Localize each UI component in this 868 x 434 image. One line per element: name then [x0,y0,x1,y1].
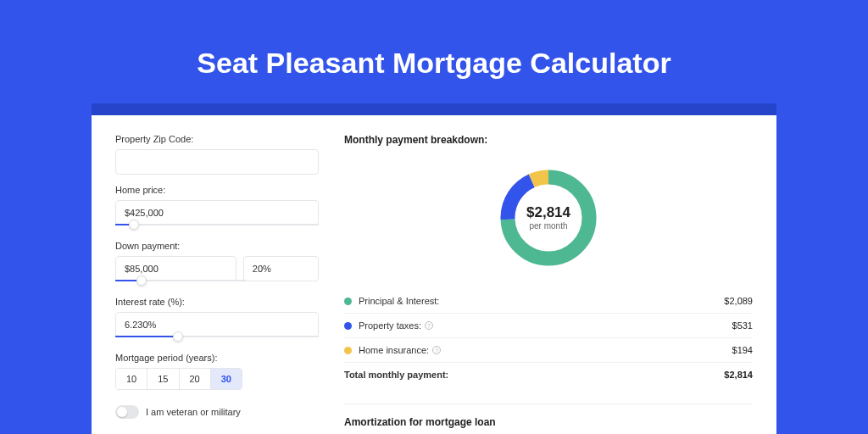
veteran-toggle[interactable] [115,405,139,419]
period-btn-15[interactable]: 15 [147,369,179,389]
legend: Principal & Interest:$2,089Property taxe… [344,289,753,387]
price-slider[interactable] [115,224,319,231]
accent-band [92,103,776,115]
period-btn-20[interactable]: 20 [180,369,211,389]
rate-input[interactable] [115,312,319,337]
form-panel: Property Zip Code: Home price: Down paym… [115,134,319,434]
total-value: $2,814 [724,370,753,380]
legend-label: Principal & Interest: [359,296,724,306]
info-icon[interactable]: ? [432,346,441,354]
total-label: Total monthly payment: [344,370,724,380]
zip-label: Property Zip Code: [115,134,319,144]
donut-total: $2,814 [526,204,570,221]
period-selector: 10152030 [115,368,242,390]
breakdown-title: Monthly payment breakdown: [344,134,753,146]
legend-label: Home insurance:? [359,345,732,355]
rate-slider[interactable] [115,336,319,342]
legend-value: $531 [732,320,753,331]
calculator-card: Property Zip Code: Home price: Down paym… [92,115,776,434]
price-label: Home price: [115,185,319,195]
legend-row: Home insurance:?$194 [344,338,753,363]
legend-value: $194 [732,345,753,355]
period-btn-10[interactable]: 10 [116,369,147,389]
breakdown-panel: Monthly payment breakdown: $2,814 per mo… [344,134,753,434]
period-label: Mortgage period (years): [115,353,319,363]
down-payment-input[interactable] [115,256,236,281]
zip-input[interactable] [115,149,319,175]
legend-row: Principal & Interest:$2,089 [344,289,753,314]
legend-dot [344,322,352,330]
donut-sub: per month [529,221,567,231]
amortization-section: Amortization for mortgage loan Amortizat… [344,403,753,434]
page-title: Seat Pleasant Mortgage Calculator [92,47,776,80]
legend-value: $2,089 [724,296,753,306]
legend-dot [344,347,352,354]
payment-donut-chart: $2,814 per month [496,165,601,270]
rate-label: Interest rate (%): [115,297,319,307]
legend-total-row: Total monthly payment:$2,814 [344,363,753,387]
legend-row: Property taxes:?$531 [344,314,753,338]
veteran-label: I am veteran or military [146,407,241,417]
amortization-title: Amortization for mortgage loan [344,416,753,428]
down-payment-pct-input[interactable] [243,256,319,281]
info-icon[interactable]: ? [425,321,433,330]
period-btn-30[interactable]: 30 [211,369,242,389]
toggle-knob [117,407,127,417]
down-payment-label: Down payment: [115,241,319,251]
down-payment-slider[interactable] [115,280,246,287]
legend-dot [344,298,352,305]
price-input[interactable] [115,200,319,225]
legend-label: Property taxes:? [359,320,732,331]
